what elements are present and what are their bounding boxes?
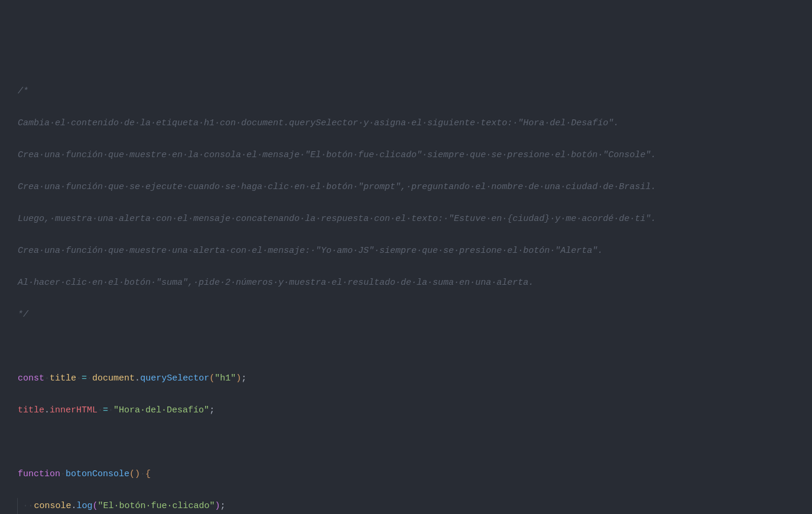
code-line: Crea·una·función·que·muestre·una·alerta·… bbox=[18, 243, 812, 259]
blank-line bbox=[18, 339, 812, 354]
comment-close: */ bbox=[18, 310, 28, 320]
method: log bbox=[76, 501, 92, 511]
string: "Hora·del·Desafío" bbox=[113, 405, 209, 415]
comment-text: Cambia·el·contenido·de·la·etiqueta·h1·co… bbox=[18, 118, 619, 128]
code-line: Luego,·muestra·una·alerta·con·el·mensaje… bbox=[18, 211, 812, 227]
identifier: title bbox=[18, 405, 44, 415]
string: "h1" bbox=[215, 373, 236, 383]
code-line: Cambia·el·contenido·de·la·etiqueta·h1·co… bbox=[18, 115, 812, 131]
comment-text: Crea·una·función·que·muestre·una·alerta·… bbox=[18, 246, 603, 256]
code-line: ··console.log("El·botón·fue·clicado"); bbox=[18, 498, 812, 514]
comment-text: Al·hacer·clic·en·el·botón·"suma",·pide·2… bbox=[18, 278, 534, 288]
code-editor[interactable]: /* Cambia·el·contenido·de·la·etiqueta·h1… bbox=[18, 67, 812, 514]
keyword-function: function bbox=[18, 469, 60, 479]
function-name: botonConsole bbox=[66, 469, 129, 479]
identifier: document bbox=[92, 373, 135, 383]
comment-text: Crea·una·función·que·muestre·en·la·conso… bbox=[18, 150, 656, 160]
code-line: /* bbox=[18, 83, 812, 99]
method: querySelector bbox=[140, 373, 209, 383]
blank-line bbox=[18, 434, 812, 450]
keyword-const: const bbox=[18, 373, 44, 383]
code-line: */ bbox=[18, 307, 812, 323]
identifier: console bbox=[34, 501, 71, 511]
comment-text: Crea·una·función·que·se·ejecute·cuando·s… bbox=[18, 182, 656, 192]
code-line: Crea·una·función·que·se·ejecute·cuando·s… bbox=[18, 179, 812, 195]
property: innerHTML bbox=[50, 405, 98, 415]
code-line: title.innerHTML·=·"Hora·del·Desafío"; bbox=[18, 402, 812, 418]
comment-text: Luego,·muestra·una·alerta·con·el·mensaje… bbox=[18, 214, 656, 224]
code-line: Al·hacer·clic·en·el·botón·"suma",·pide·2… bbox=[18, 275, 812, 291]
code-line: const·title·=·document.querySelector("h1… bbox=[18, 370, 812, 386]
code-line: function·botonConsole()·{ bbox=[18, 466, 812, 482]
comment-open: /* bbox=[18, 86, 28, 96]
identifier: title bbox=[50, 373, 76, 383]
string: "El·botón·fue·clicado" bbox=[98, 501, 215, 511]
code-line: Crea·una·función·que·muestre·en·la·conso… bbox=[18, 147, 812, 163]
